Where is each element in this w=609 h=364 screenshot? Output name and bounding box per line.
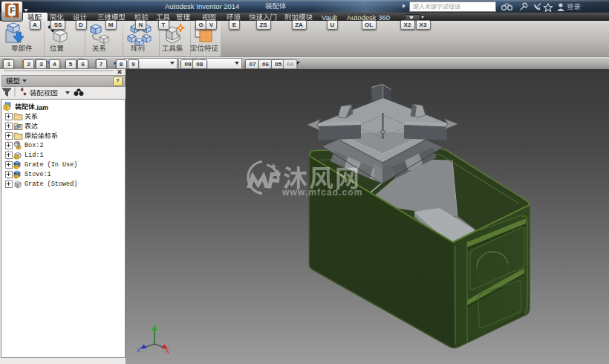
svg-text:Z: Z (137, 346, 141, 354)
svg-text:F: F (10, 6, 15, 15)
svg-text:X: X (165, 348, 170, 355)
